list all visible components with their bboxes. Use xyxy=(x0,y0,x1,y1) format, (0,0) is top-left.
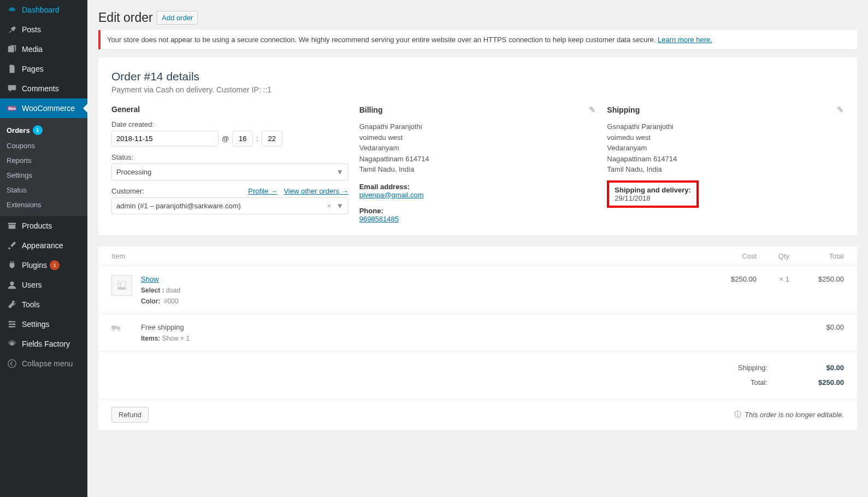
delivery-date: 29/11/2018 xyxy=(615,194,690,202)
customer-select[interactable]: admin (#1 – paranjothi@sarkware.com) × ▼ xyxy=(111,197,349,214)
sidebar-label: Media xyxy=(22,45,43,54)
hour-input[interactable] xyxy=(232,131,253,147)
woocommerce-icon: Woo xyxy=(7,103,17,114)
shipping-details: Free shipping Items: Show × 1 xyxy=(141,323,707,342)
product-name-link[interactable]: Show xyxy=(141,275,159,283)
product-thumbnail xyxy=(111,275,132,296)
sidebar-label: Dashboard xyxy=(22,5,60,14)
sidebar-item-comments[interactable]: Comments xyxy=(0,79,87,98)
shipping-total-label: Shipping: xyxy=(738,364,767,372)
sidebar-item-products[interactable]: Products xyxy=(0,216,87,236)
shipping-address: Gsnapathi Paranjothi voimedu west Vedara… xyxy=(607,121,844,175)
status-label: Status: xyxy=(111,153,349,161)
submenu-label: Reports xyxy=(7,156,32,165)
color-value: #000 xyxy=(164,297,179,305)
sidebar-item-pages[interactable]: Pages xyxy=(0,59,87,79)
info-icon: ⓘ xyxy=(734,410,741,419)
shipping-name: Gsnapathi Paranjothi xyxy=(607,121,844,132)
svg-rect-13 xyxy=(111,325,117,329)
view-other-orders-link[interactable]: View other orders → xyxy=(284,187,348,195)
billing-heading: Billing xyxy=(359,106,383,114)
plugin-icon xyxy=(7,260,17,271)
shipping-city: Vedaranyam xyxy=(607,143,844,154)
sidebar-item-media[interactable]: Media xyxy=(0,39,87,59)
status-value: Processing xyxy=(116,168,151,176)
date-input[interactable] xyxy=(111,131,219,147)
billing-email[interactable]: pjvenpa@gmail.com xyxy=(359,191,424,199)
billing-state: Tamil Nadu, India xyxy=(359,164,597,175)
sidebar-item-settings[interactable]: Settings xyxy=(0,314,87,334)
submenu-item-extensions[interactable]: Extensions xyxy=(0,197,87,212)
shipping-line-row: Free shipping Items: Show × 1 $0.00 xyxy=(98,314,857,352)
sidebar-item-fields-factory[interactable]: Fields Factory xyxy=(0,334,87,354)
shipping-method-name: Free shipping xyxy=(141,323,707,331)
page-header: Edit order Add order xyxy=(87,0,868,27)
line-item-row: Show Select : dsad Color: #000 $250.00 ×… xyxy=(98,266,857,314)
sidebar-item-plugins[interactable]: Plugins 1 xyxy=(0,255,87,275)
select-label: Select : xyxy=(141,286,164,294)
svg-text:Woo: Woo xyxy=(8,107,16,110)
customer-label: Customer: xyxy=(111,187,144,195)
https-notice: Your store does not appear to be using a… xyxy=(98,30,857,49)
submenu-item-status[interactable]: Status xyxy=(0,183,87,197)
submenu-label: Status xyxy=(7,186,27,194)
submenu-item-coupons[interactable]: Coupons xyxy=(0,138,87,153)
chevron-down-icon: ▼ xyxy=(336,202,344,210)
sliders-icon xyxy=(7,319,17,330)
status-select[interactable]: Processing ▼ xyxy=(111,163,349,180)
wrench-icon xyxy=(7,299,17,310)
truck-icon xyxy=(111,323,132,336)
shipping-items-label: Items: xyxy=(141,335,160,342)
email-label: Email address: xyxy=(359,183,597,191)
billing-name: Gnapathi Paranjothi xyxy=(359,121,597,132)
admin-sidebar: Dashboard Posts Media Pages Comments Woo… xyxy=(0,0,87,497)
sidebar-label: WooCommerce xyxy=(22,104,75,113)
profile-link[interactable]: Profile → xyxy=(248,187,277,195)
header-total: Total xyxy=(789,252,844,260)
media-icon xyxy=(7,44,17,55)
submenu-item-settings[interactable]: Settings xyxy=(0,168,87,183)
svg-point-6 xyxy=(9,321,11,323)
svg-point-8 xyxy=(10,326,12,328)
refund-button[interactable]: Refund xyxy=(111,407,149,423)
shipping-line-total: $0.00 xyxy=(789,323,844,331)
submenu-item-reports[interactable]: Reports xyxy=(0,153,87,168)
header-item: Item xyxy=(111,252,707,260)
not-editable-text: This order is no longer editable. xyxy=(745,411,844,419)
sidebar-item-tools[interactable]: Tools xyxy=(0,295,87,314)
woocommerce-submenu: Orders 1 Coupons Reports Settings Status… xyxy=(0,118,87,216)
sidebar-item-appearance[interactable]: Appearance xyxy=(0,236,87,255)
minute-input[interactable] xyxy=(262,131,282,147)
billing-phone[interactable]: 9698581485 xyxy=(359,215,399,223)
sidebar-item-posts[interactable]: Posts xyxy=(0,20,87,39)
svg-point-14 xyxy=(113,329,114,331)
sidebar-item-collapse[interactable]: Collapse menu xyxy=(0,354,87,373)
date-created-label: Date created: xyxy=(111,120,349,128)
notice-link[interactable]: Learn more here. xyxy=(658,36,712,44)
orders-count-badge: 1 xyxy=(33,125,43,135)
sidebar-item-woocommerce[interactable]: Woo WooCommerce xyxy=(0,98,87,118)
sidebar-label: Users xyxy=(22,280,42,289)
sidebar-label: Fields Factory xyxy=(22,340,70,348)
add-order-button[interactable]: Add order xyxy=(157,11,198,25)
user-icon xyxy=(7,279,17,290)
billing-address: Gnapathi Paranjothi voimedu west Vedaran… xyxy=(359,121,597,175)
header-cost: Cost xyxy=(707,252,757,260)
sidebar-label: Appearance xyxy=(22,241,63,250)
gear-icon xyxy=(7,338,17,349)
pencil-icon[interactable]: ✎ xyxy=(589,105,596,115)
order-total-label: Total: xyxy=(751,378,767,387)
general-column: General Date created: @ : Status: xyxy=(111,105,349,223)
sidebar-item-dashboard[interactable]: Dashboard xyxy=(0,0,87,20)
pencil-icon[interactable]: ✎ xyxy=(837,105,844,115)
submenu-item-orders[interactable]: Orders 1 xyxy=(0,122,87,138)
sidebar-label: Plugins xyxy=(22,261,47,270)
sidebar-label: Tools xyxy=(22,300,40,309)
pages-icon xyxy=(7,63,17,74)
item-cost: $250.00 xyxy=(707,275,757,283)
sidebar-item-users[interactable]: Users xyxy=(0,275,87,295)
svg-point-10 xyxy=(8,360,16,367)
order-title: Order #14 details xyxy=(111,70,844,83)
notice-text: Your store does not appear to be using a… xyxy=(107,36,658,44)
clear-icon[interactable]: × xyxy=(327,202,332,210)
